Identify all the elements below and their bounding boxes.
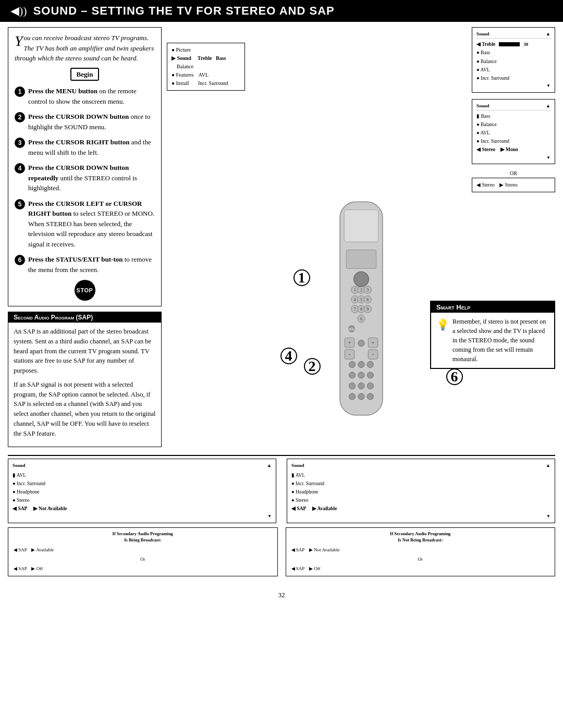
main-content: You can receive broadcast stereo TV prog… [0, 22, 563, 452]
svg-text:1: 1 [353, 289, 356, 293]
sap-header: Second Audio Program (SAP) [8, 312, 161, 323]
svg-rect-1 [344, 210, 378, 242]
sm2-balance: ● Balance [476, 120, 550, 129]
tv-main-menu: ● Picture ▶ Sound Treble Bass Balance ● … [167, 43, 245, 91]
sound-menu-1-title: Sound▲ [476, 30, 550, 39]
bottom-menu-2: Sound▲ ▮ AVL ● Incr. Surround ● Headphon… [287, 459, 555, 523]
step-num-overlay-1: 1 [293, 269, 310, 286]
svg-point-36 [358, 362, 364, 368]
drop-cap: Y [15, 34, 23, 48]
svg-text:0: 0 [360, 317, 362, 322]
step-4-text: Press the CURSOR DOWN button repeatedly … [28, 163, 155, 193]
sap-t1-or: Or [14, 555, 272, 563]
step-3: 3 Press the CURSOR RIGHT button and the … [15, 137, 155, 157]
bm2-headphone: ● Headphone [291, 488, 550, 496]
menu-install2: ● Install Incr. Surround [172, 79, 240, 88]
sap-table-1-title: If Secondary Audio ProgramingIs Being Br… [14, 531, 272, 544]
menu-features: Balance [172, 63, 240, 71]
svg-text:6: 6 [366, 298, 369, 302]
smart-help-title: Smart Help [436, 303, 470, 311]
sm1-balance: ● Balance [476, 57, 550, 66]
intro-text: You can receive broadcast stereo TV prog… [15, 33, 155, 64]
stop-badge: STOP [15, 280, 155, 301]
svg-point-46 [367, 393, 373, 400]
bm1-sap: ◀ SAP ▶ Not Available [13, 504, 272, 513]
step-1: 1 Press the MENU button on the remote co… [15, 86, 155, 106]
step-1-number: 1 [15, 87, 25, 97]
sap-t2-or: Or [291, 555, 550, 563]
menu-sound: ▶ Sound Treble Bass [172, 54, 240, 63]
or-stereo-area: OR ◀ Stereo ▶ Stereo [472, 170, 555, 192]
step-2: 2 Press the CURSOR DOWN button once to h… [15, 112, 155, 132]
menu-picture: ● Picture [172, 46, 240, 54]
page-title: Sound – Setting the TV for Stereo and SA… [33, 4, 335, 18]
svg-text:5: 5 [360, 298, 362, 302]
svg-point-23 [353, 272, 369, 287]
svg-point-37 [367, 362, 373, 368]
bottom-right-area: Sound▲ ▮ AVL ● Incr. Surround ● Headphon… [287, 459, 555, 523]
bm2-stereo: ● Stereo [291, 496, 550, 504]
step-3-number: 3 [15, 138, 25, 148]
svg-text:9: 9 [366, 307, 369, 312]
sap-table-2-title: If Secondary Audio ProgramingIs Not Bein… [291, 531, 550, 544]
svg-point-43 [367, 383, 373, 389]
svg-point-45 [358, 393, 364, 400]
sm1-avl: ● AVL [476, 66, 550, 74]
svg-point-39 [358, 372, 364, 378]
sap-para-2: If an SAP signal is not present with a s… [14, 380, 156, 439]
step-5-text: Press the CURSOR LEFT or CURSOR RIGHT bu… [28, 199, 155, 250]
main-menu-box: ● Picture ▶ Sound Treble Bass Balance ● … [167, 43, 245, 91]
smart-help-text: Remember, if stereo is not present on a … [452, 317, 549, 364]
sap-t2-row2: ◀ SAP ▶ Off [291, 564, 550, 573]
right-panel: ● Picture ▶ Sound Treble Bass Balance ● … [167, 27, 555, 447]
smart-help-box: Smart Help 💡 Remember, if stereo is not … [430, 301, 555, 369]
sap-t1-row1: ◀ SAP ▶ Available [14, 546, 272, 554]
bm1-incr: ● Incr. Surround [13, 479, 272, 488]
bm1-stereo: ● Stereo [13, 496, 272, 504]
step-4: 4 Press the CURSOR DOWN button repeatedl… [15, 163, 155, 193]
begin-badge: Begin [70, 68, 100, 81]
sm1-treble: ◀ Treble 30 [476, 40, 550, 48]
step-1-text: Press the MENU button on the remote cont… [28, 86, 155, 106]
remote-control-image: 1 2 3 4 5 6 7 8 9 0 MENU + + [304, 196, 419, 421]
bm1-avl: ▮ AVL [13, 471, 272, 479]
svg-point-40 [367, 372, 373, 378]
bm2-avl: ▮ AVL [291, 471, 550, 479]
step-5: 5 Press the CURSOR LEFT or CURSOR RIGHT … [15, 199, 155, 250]
svg-text:MENU: MENU [348, 328, 356, 331]
bottom-menu-1: Sound▲ ▮ AVL ● Incr. Surround ● Headphon… [8, 459, 276, 523]
stereo-stereo-row: ◀ Stereo ▶ Stereo [476, 181, 550, 189]
svg-point-42 [358, 383, 364, 389]
step-2-text: Press the CURSOR DOWN button once to hig… [28, 112, 155, 132]
svg-text:-: - [348, 351, 350, 357]
intro-body: ou can receive broadcast stereo TV progr… [15, 34, 154, 62]
page-number: 32 [0, 586, 563, 604]
svg-point-38 [349, 372, 355, 378]
sm2-avl: ● AVL [476, 129, 550, 137]
svg-text:2: 2 [360, 289, 362, 293]
svg-text:+: + [371, 340, 374, 346]
sap-t1-row2: ◀ SAP ▶ Off [14, 564, 272, 573]
sound-menus-right: Sound▲ ◀ Treble 30 ● Bass ● Balance ● AV… [472, 27, 555, 192]
left-panel: You can receive broadcast stereo TV prog… [8, 27, 162, 447]
stop-circle-label: STOP [75, 280, 95, 301]
step-2-number: 2 [15, 112, 25, 122]
sap-content: An SAP is an additional part of the ster… [8, 323, 161, 447]
sound-menu-2: Sound▲ ▮ Bass ● Balance ● AVL ● Incr. Su… [472, 99, 555, 165]
sm1-bass: ● Bass [476, 48, 550, 57]
svg-text:8: 8 [360, 307, 362, 312]
intro-box: You can receive broadcast stereo TV prog… [8, 27, 162, 306]
sap-table-2: If Secondary Audio ProgramingIs Not Bein… [286, 527, 556, 576]
bm2-sap: ◀ SAP ▶ Available [291, 504, 550, 513]
bm1-title: Sound▲ [13, 462, 272, 470]
sound-menu-2-title: Sound▲ [476, 102, 550, 110]
remote-area: 1 2 3 4 5 6 7 8 9 0 MENU + + [167, 196, 555, 415]
step-num-overlay-6: 6 [446, 368, 463, 385]
step-4-number: 4 [15, 163, 25, 174]
sap-para-1: An SAP is an additional part of the ster… [14, 327, 156, 376]
svg-text:-: - [372, 351, 374, 357]
svg-text:7: 7 [353, 307, 356, 312]
divider [8, 455, 555, 456]
svg-text:3: 3 [366, 289, 369, 293]
sap-t2-row1: ◀ SAP ▶ Not Available [291, 546, 550, 554]
